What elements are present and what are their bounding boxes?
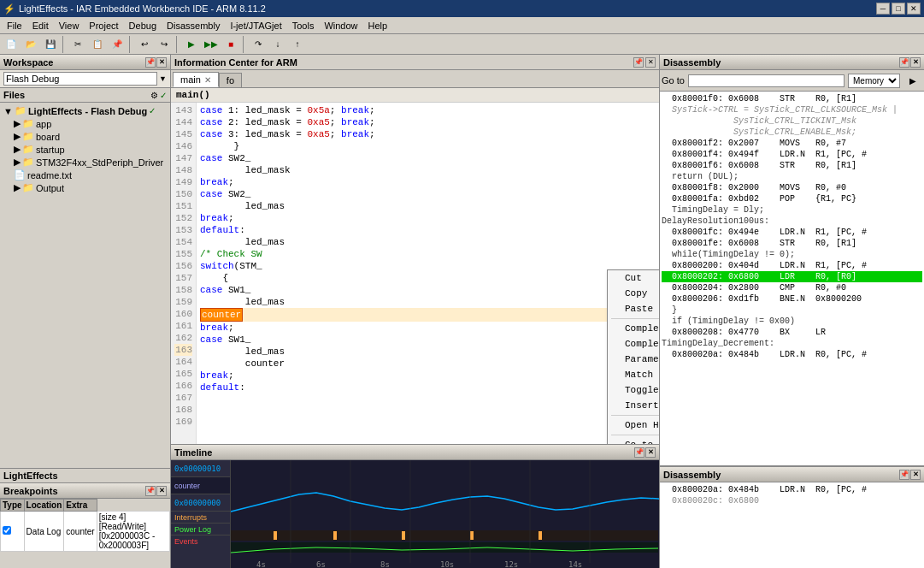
ln-169: 169 <box>174 416 192 428</box>
toolbar-sep2 <box>129 36 132 53</box>
disasm-line-12: 0x8000208: 0x4770 BX LR <box>662 327 922 338</box>
tree-item-board[interactable]: ▶ 📁 board <box>12 130 168 143</box>
menu-view[interactable]: View <box>54 19 85 33</box>
debug-button[interactable]: ▶▶ <box>202 36 221 53</box>
ln-153: 153 <box>174 224 192 236</box>
disasm-goto-input[interactable] <box>688 74 845 87</box>
undo-button[interactable]: ↩ <box>135 36 154 53</box>
files-settings-icon[interactable]: ⚙ <box>150 91 158 100</box>
ctx-copy[interactable]: Copy <box>608 286 659 301</box>
tree-item-app[interactable]: ▶ 📁 app <box>12 117 168 130</box>
workspace-close-button[interactable]: ✕ <box>156 57 167 68</box>
disasm-pin[interactable]: 📌 <box>899 57 909 68</box>
info-center-close[interactable]: ✕ <box>645 57 656 68</box>
step-out-button[interactable]: ↑ <box>288 36 307 53</box>
ln-143: 143 <box>174 104 192 116</box>
tree-item-driver[interactable]: ▶ 📁 STM32F4xx_StdPeriph_Driver <box>12 156 168 169</box>
code-area[interactable]: case 1: led_mask = 0x5a; break; case 2: … <box>197 103 659 444</box>
menu-window[interactable]: Window <box>319 19 362 33</box>
menu-help[interactable]: Help <box>363 19 393 33</box>
disasm-timing-label: TimingDelay = Dly; <box>662 204 922 216</box>
ln-152: 152 <box>174 212 192 224</box>
timeline-buttons[interactable]: 📌 ✕ <box>634 447 656 458</box>
tree-file-readme-icon: 📄 <box>14 169 26 180</box>
tree-item-output[interactable]: ▶ 📁 Output <box>12 181 168 194</box>
minimize-button[interactable]: ─ <box>876 3 890 15</box>
ctx-paste[interactable]: Paste <box>608 301 659 317</box>
maximize-button[interactable]: □ <box>892 3 905 15</box>
ctx-cut[interactable]: Cut <box>608 270 659 286</box>
menu-debug[interactable]: Debug <box>124 19 162 33</box>
workspace-pin-button[interactable]: 📌 <box>145 57 156 68</box>
files-check-icon[interactable]: ✓ <box>160 91 167 100</box>
ctx-complete-word[interactable]: Complete Word <box>608 321 659 336</box>
menu-tools[interactable]: Tools <box>287 19 320 33</box>
ctx-toggle-folds[interactable]: Toggle All Folds <box>608 382 659 398</box>
tree-lighteffects-label: LightEffects - Flash Debug <box>28 106 147 116</box>
ctx-open-header[interactable]: Open Header/Source File <box>608 417 659 433</box>
step-into-button[interactable]: ↓ <box>268 36 287 53</box>
editor-function-title: main() <box>176 90 210 100</box>
disasm-close[interactable]: ✕ <box>910 57 921 68</box>
close-button[interactable]: ✕ <box>907 3 921 15</box>
step-over-button[interactable]: ↷ <box>249 36 268 53</box>
bp-pin-button[interactable]: 📌 <box>145 486 156 496</box>
workspace-header-buttons[interactable]: 📌 ✕ <box>145 57 167 68</box>
disasm-line-3: 0x80001f4: 0x494f LDR.N R1, [PC, # <box>662 149 922 160</box>
paste-button[interactable]: 📌 <box>108 36 127 53</box>
tree-item-lighteffects[interactable]: ▼ 📁 LightEffects - Flash Debug ✓ <box>2 104 168 117</box>
open-button[interactable]: 📂 <box>21 36 40 53</box>
disasm-code[interactable]: 0x80001f0: 0x6008 STR R0, [R1] SysTick->… <box>660 92 924 465</box>
menu-edit[interactable]: Edit <box>27 19 54 33</box>
timeline-close[interactable]: ✕ <box>645 447 656 458</box>
disasm2-title: Disassembly <box>663 470 721 480</box>
redo-button[interactable]: ↪ <box>155 36 174 53</box>
breakpoints-header-buttons[interactable]: 📌 ✕ <box>145 486 167 496</box>
code-line-150: break; <box>200 176 656 188</box>
disasm-memory-select[interactable]: Memory <box>848 74 900 88</box>
build-button[interactable]: ▶ <box>182 36 201 53</box>
tree-item-startup[interactable]: ▶ 📁 startup <box>12 143 168 156</box>
code-line-161: case SW1_ <box>200 284 656 296</box>
cut-button[interactable]: ✂ <box>68 36 87 53</box>
ctx-insert-template[interactable]: Insert Template <box>608 398 659 413</box>
bp-close-button[interactable]: ✕ <box>156 486 167 496</box>
copy-button[interactable]: 📋 <box>88 36 107 53</box>
menu-ijet[interactable]: I-jet/JTAGjet <box>225 19 286 33</box>
breakpoint-row[interactable]: Data Log counter [size 4] [Read/Write] [… <box>1 512 170 552</box>
new-file-button[interactable]: 📄 <box>2 36 21 53</box>
ln-167: 167 <box>174 392 192 404</box>
ctx-parameter-hint[interactable]: Parameter Hint <box>608 352 659 367</box>
save-button[interactable]: 💾 <box>41 36 60 53</box>
menu-bar: File Edit View Project Debug Disassembly… <box>0 17 924 34</box>
stop-button[interactable]: ■ <box>221 36 240 53</box>
info-center-pin[interactable]: 📌 <box>633 57 644 68</box>
disasm-comment-1: SysTick->CTRL = SysTick_CTRL_CLKSOURCE_M… <box>662 104 922 115</box>
timeline-pin[interactable]: 📌 <box>634 447 644 458</box>
menu-project[interactable]: Project <box>84 19 123 33</box>
ctx-complete-code[interactable]: Complete Code <box>608 336 659 352</box>
flash-debug-arrow[interactable]: ▼ <box>159 74 167 83</box>
ctx-match-brackets[interactable]: Match Brackets <box>608 367 659 382</box>
disasm2-pin[interactable]: 📌 <box>899 470 909 480</box>
tree-app-label: app <box>36 119 51 129</box>
bp-checkbox[interactable] <box>1 512 25 552</box>
disassembly-header-buttons[interactable]: 📌 ✕ <box>899 57 921 68</box>
disasm2-buttons[interactable]: 📌 ✕ <box>899 470 921 480</box>
ctx-goto-def[interactable]: Go to Definition of 'counter' <box>608 437 659 444</box>
title-bar-buttons[interactable]: ─ □ ✕ <box>876 3 921 15</box>
tree-check-icon: ✓ <box>149 106 156 115</box>
tree-folder-output-icon: 📁 <box>22 182 34 193</box>
menu-file[interactable]: File <box>2 19 27 33</box>
tab-main-close[interactable]: ✕ <box>204 75 211 85</box>
menu-disassembly[interactable]: Disassembly <box>162 19 225 33</box>
tab-main[interactable]: main ✕ <box>173 72 219 87</box>
tree-item-readme[interactable]: 📄 readme.txt <box>12 169 168 181</box>
disasm-line-6: 0x80001fa: 0xbd02 POP {R1, PC} <box>662 193 922 204</box>
tree-expand-app-icon: ▶ <box>14 118 21 129</box>
disasm-go-button[interactable]: ▶ <box>903 72 922 89</box>
tab-fo[interactable]: fo <box>219 73 242 87</box>
ln-154: 154 <box>174 236 192 248</box>
ln-156: 156 <box>174 260 192 272</box>
disasm2-close[interactable]: ✕ <box>910 470 921 480</box>
